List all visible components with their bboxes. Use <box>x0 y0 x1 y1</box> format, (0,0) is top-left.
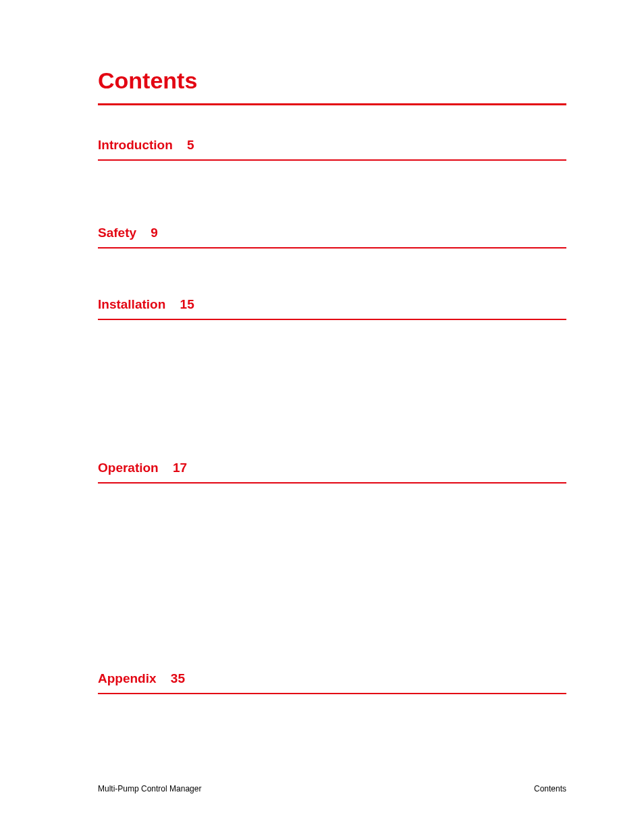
toc-entry-page: 9 <box>151 226 158 240</box>
spacer <box>98 249 566 297</box>
spacer <box>98 484 566 671</box>
toc-entry-operation[interactable]: Operation 17 <box>98 461 566 484</box>
spacer <box>98 320 566 461</box>
toc-entry-appendix[interactable]: Appendix 35 <box>98 671 566 694</box>
toc-entry-label: Introduction <box>98 138 173 152</box>
spacer <box>98 161 566 226</box>
toc-entry-installation[interactable]: Installation 15 <box>98 297 566 320</box>
page-footer: Multi-Pump Control Manager Contents <box>98 784 566 793</box>
toc-entry-safety[interactable]: Safety 9 <box>98 226 566 249</box>
page: Contents Introduction 5 Safety 9 Install… <box>0 0 644 834</box>
toc-entry-label: Safety <box>98 226 136 240</box>
toc-entry-introduction[interactable]: Introduction 5 <box>98 138 566 161</box>
footer-left: Multi-Pump Control Manager <box>98 784 201 793</box>
toc-entry-label: Operation <box>98 461 159 475</box>
toc-entry-label: Installation <box>98 297 165 311</box>
toc-entry-page: 15 <box>180 297 194 311</box>
toc-entry-page: 35 <box>171 671 185 685</box>
toc-entry-page: 5 <box>187 138 194 152</box>
page-title: Contents <box>98 68 566 105</box>
footer-right: Contents <box>534 784 566 793</box>
toc-entry-page: 17 <box>173 461 187 475</box>
toc-entry-label: Appendix <box>98 671 157 685</box>
